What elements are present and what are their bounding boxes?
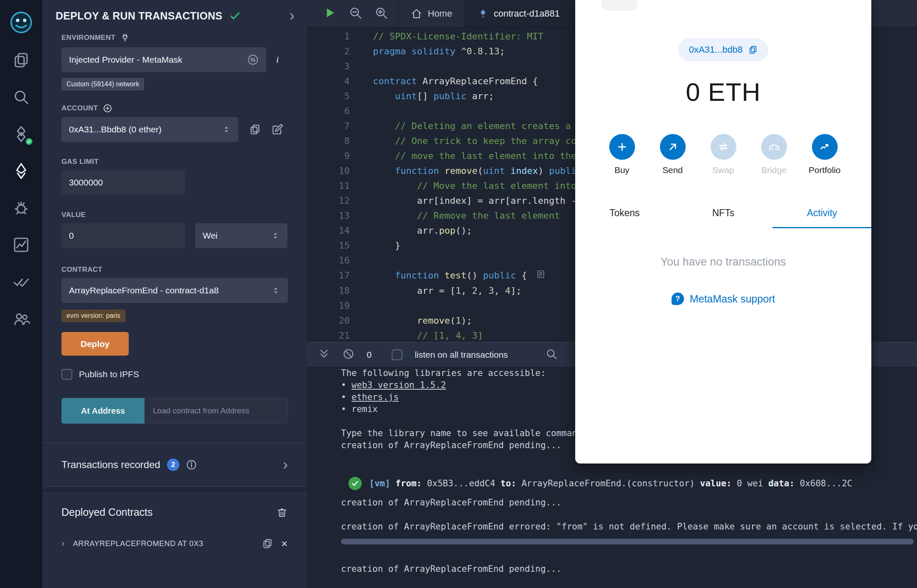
remix-ide-window: ✓ DEPLOY & RUN TRANSACTIONS › ENVIRONMEN… [0,0,917,588]
wallet-actions: BuySendSwapBridgePortfolio [575,134,871,175]
swap-button: Swap [701,134,746,175]
remix-logo[interactable] [0,3,42,41]
clear-console-icon[interactable] [343,348,354,361]
listen-transactions-label: listen on all transactions [415,350,508,360]
tab-activity[interactable]: Activity [772,202,871,228]
terminal-search-icon[interactable] [545,348,558,362]
zoom-in-icon[interactable] [374,6,388,22]
panel-check-icon [229,10,241,22]
compiled-check-badge: ✓ [25,137,33,146]
swap-icon [711,134,736,160]
empty-transactions-text: You have no transactions [575,256,871,268]
publish-ipfs-checkbox[interactable] [61,369,72,380]
transactions-info-icon[interactable] [186,459,197,470]
network-selector-pill[interactable] [601,0,637,11]
expand-terminal-icon[interactable] [318,348,330,362]
deploy-run-icon[interactable] [0,152,42,189]
edit-account-icon[interactable] [272,124,283,135]
portfolio-icon [812,134,838,160]
line-number: 12 [307,193,355,208]
deployed-contract-row[interactable]: › ARRAYREPLACEFROMEND AT 0X3 × [61,538,288,549]
line-number: 15 [307,238,355,253]
copy-account-icon[interactable] [249,124,261,135]
unit-stepper-icon [271,230,280,241]
action-label: Buy [600,165,645,175]
eth-balance: 0 ETH [575,77,871,107]
search-icon[interactable] [0,78,42,115]
plus-icon [609,134,635,160]
clear-deployed-trash-icon[interactable] [276,507,288,518]
transactions-recorded-label: Transactions recorded [61,459,160,471]
terminal-listen-count: 0 [367,350,372,360]
environment-info-icon[interactable]: i [276,54,279,65]
run-script-icon[interactable] [324,6,337,21]
line-number: 6 [307,104,355,119]
contract-stepper-icon [271,285,280,296]
analytics-icon[interactable] [0,226,42,263]
line-number: 8 [307,134,355,149]
gas-limit-input[interactable] [61,170,185,195]
account-label: ACCOUNT [61,104,98,112]
account-address-pill[interactable]: 0xA31...bdb8 [678,38,769,61]
tab-nfts[interactable]: NFTs [674,202,773,228]
line-number: 17 [307,268,355,283]
copy-address-icon [748,45,758,54]
terminal-library-link[interactable]: web3 version 1.5.2 [351,380,446,390]
icon-rail: ✓ [0,0,42,588]
question-icon: ? [672,293,684,305]
line-number: 1 [307,29,355,44]
debugger-icon[interactable] [0,189,42,226]
transactions-expand-chevron[interactable]: › [283,457,288,472]
metamask-support-link[interactable]: ? MetaMask support [575,293,871,305]
terminal-blank-line [341,509,917,521]
add-account-icon[interactable] [103,104,112,113]
terminal-horizontal-scrollbar[interactable] [341,539,914,544]
line-number: 18 [307,283,355,298]
deployed-contracts-title: Deployed Contracts [61,506,153,518]
portfolio-button[interactable]: Portfolio [802,134,847,175]
send-button[interactable]: Send [650,134,695,175]
vm-transaction-log[interactable]: [vm] from: 0x5B3...eddC4 to: ArrayReplac… [348,475,917,492]
contract-label: CONTRACT [61,266,103,274]
listen-transactions-checkbox[interactable] [392,349,402,360]
plugin-manager-icon[interactable] [0,300,42,337]
metamask-popup: 0xA31...bdb8 0 ETH BuySendSwapBridgePort… [575,0,871,464]
file-explorer-icon[interactable] [0,41,42,78]
environment-label: ENVIRONMENT [61,34,115,42]
terminal-line: creation of ArrayReplaceFromEnd pending.… [341,497,917,509]
bridge-icon [761,134,787,160]
line-number: 13 [307,208,355,223]
terminal-library-link[interactable]: ethers.js [351,392,399,402]
at-address-input[interactable] [145,398,288,424]
deploy-run-panel: DEPLOY & RUN TRANSACTIONS › ENVIRONMENT … [42,0,307,588]
panel-expand-chevron[interactable]: › [289,8,294,23]
remove-contract-icon[interactable]: × [281,538,288,549]
expand-contract-chevron[interactable]: › [61,538,65,549]
account-select[interactable]: 0xA31...Bbdb8 (0 ether) [61,117,238,142]
tab-tokens[interactable]: Tokens [575,202,674,228]
contract-select[interactable]: ArrayReplaceFromEnd - contract-d1a8 [61,278,288,303]
buy-button[interactable]: Buy [600,134,645,175]
unit-testing-icon[interactable] [0,263,42,300]
send-icon [660,134,686,160]
zoom-out-icon[interactable] [348,6,363,22]
evm-version-badge: evm version: paris [61,310,125,322]
value-unit-select[interactable]: Wei [195,223,287,248]
solidity-compiler-icon[interactable]: ✓ [0,115,42,152]
action-label: Bridge [752,165,797,175]
gas-estimate-icon [536,268,545,283]
line-number: 3 [307,59,355,74]
action-label: Swap [701,165,746,175]
line-number: 2 [307,44,355,59]
line-number: 19 [307,298,355,313]
deploy-button[interactable]: Deploy [61,332,129,356]
at-address-button[interactable]: At Address [61,398,145,424]
plug-icon [120,33,130,42]
section-divider [42,486,307,493]
copy-contract-icon[interactable] [262,538,273,549]
environment-select[interactable]: Injected Provider - MetaMask [61,47,266,72]
swap-provider-icon [247,54,259,66]
line-number: 10 [307,163,355,178]
tab-home[interactable]: Home [398,0,465,27]
value-input[interactable] [61,223,185,248]
